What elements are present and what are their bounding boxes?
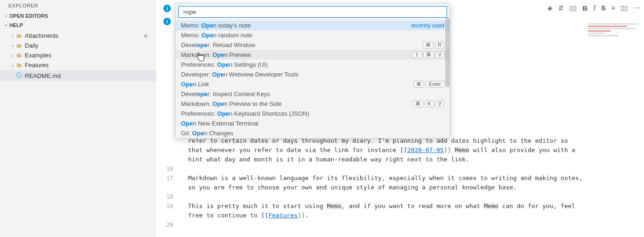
workspace-label: HELP (9, 22, 23, 28)
tree-item-label: Attachments (25, 32, 58, 39)
palette-item-label: Open New External Terminal (181, 120, 444, 127)
scrollbar[interactable] (445, 17, 450, 87)
palette-item[interactable]: Preferences: Open Settings (UI) (175, 60, 450, 70)
palette-item-label: Markdown: Open Preview (181, 51, 412, 58)
tree-file-readme[interactable]: ⓘ README.md (0, 70, 156, 81)
modified-indicator-icon: ● (143, 35, 148, 37)
key-icon: V (435, 51, 444, 58)
tree-item-label: Daily (25, 42, 38, 49)
key-icon: ⌘ (413, 100, 423, 107)
palette-item[interactable]: Open Link⌘Enter (175, 79, 450, 89)
chevron-right-icon: › (9, 33, 16, 39)
palette-item-label: Markdown: Open Preview to the Side (181, 100, 413, 107)
info-file-icon: ⓘ (16, 71, 22, 80)
palette-item[interactable]: Preferences: Open Keyboard Shortcuts (JS… (175, 109, 450, 118)
tree-folder-daily[interactable]: › 🖿 Daily (0, 41, 156, 50)
code-line (180, 164, 644, 174)
tree-folder-features[interactable]: › 🖿 Features (0, 60, 156, 70)
bold-icon[interactable]: B (582, 4, 588, 12)
info-badge-icon[interactable]: i (163, 18, 171, 25)
palette-item[interactable]: Memo: Open today's noterecently used (175, 21, 450, 30)
palette-item-label: Preferences: Open Settings (UI) (181, 61, 444, 68)
tree-item-label: README.md (25, 72, 61, 79)
code-line: Markdown is a well-known language for it… (180, 174, 644, 183)
code-line: hint what day and month is it in a human… (180, 155, 644, 164)
open-editors-label: OPEN EDITORS (9, 13, 48, 19)
key-icon: V (435, 100, 444, 107)
palette-item-label: Developer: Reload Window (181, 42, 423, 49)
folder-icon: 🖿 (16, 52, 22, 59)
keybinding: ⌘KV (413, 100, 444, 107)
key-icon: Enter (426, 81, 444, 88)
folder-icon: 🖿 (16, 42, 22, 49)
palette-item[interactable]: Markdown: Open Preview to the Side⌘KV (175, 99, 450, 109)
key-icon: ⌘ (413, 81, 424, 88)
file-tree: › 🖿 Attachments ● › 🖿 Daily › 🖿 Examples… (0, 30, 156, 82)
layout-icon[interactable]: ▯▯ (621, 4, 628, 12)
code-line: free to continue to [[Features]]. (180, 211, 644, 220)
code-line: that whenever you refer to date via the … (180, 146, 644, 155)
explorer-sidebar: EXPLORER › OPEN EDITORS › HELP › 🖿 Attac… (0, 0, 156, 237)
palette-item-label: Open Link (181, 81, 413, 88)
tree-folder-attachments[interactable]: › 🖿 Attachments ● (0, 31, 156, 41)
palette-item[interactable]: Open New External Terminal (175, 118, 450, 128)
code-line (180, 192, 644, 202)
info-badge-icon[interactable]: i (163, 5, 171, 12)
palette-item[interactable]: Memo: Open random note (175, 30, 450, 40)
tree-folder-examples[interactable]: › 🖿 Examples (0, 50, 156, 60)
chevron-right-icon: › (3, 13, 9, 19)
key-icon: ⇧ (412, 51, 422, 58)
code-line: This is pretty much it to start using Me… (180, 202, 644, 211)
editor-toolbar: ◈ ⇵ ▯▯ B I S ≡ ▯▯ ⋯ (547, 4, 640, 12)
folder-icon: 🖿 (16, 62, 22, 69)
command-palette-input[interactable] (178, 6, 447, 18)
chevron-right-icon: › (9, 63, 16, 68)
palette-item-label: Preferences: Open Keyboard Shortcuts (JS… (181, 110, 444, 117)
key-icon: ⌘ (423, 42, 434, 49)
chevron-right-icon: › (9, 43, 16, 49)
line-gutter: 1617181920 (156, 34, 176, 230)
chevron-down-icon: › (3, 22, 9, 28)
palette-item[interactable]: Developer: Inspect Context Keys (175, 89, 450, 99)
keybinding: ⇧⌘V (412, 51, 444, 58)
palette-item-label: Memo: Open random note (181, 32, 444, 39)
explorer-title: EXPLORER (0, 0, 156, 11)
palette-item[interactable]: Developer: Reload Window⌘R (175, 40, 450, 50)
italic-icon[interactable]: I (593, 4, 595, 12)
key-icon: R (435, 42, 444, 49)
palette-item-meta: recently used (411, 22, 444, 29)
tree-item-label: Features (25, 62, 49, 69)
more-icon[interactable]: ⋯ (634, 4, 640, 12)
code-line (180, 220, 644, 230)
palette-item-label: Developer: Open Webview Developer Tools (181, 71, 444, 78)
key-icon: ⌘ (423, 51, 434, 58)
command-palette: Memo: Open today's noterecently usedMemo… (175, 3, 450, 139)
palette-item-label: Git: Open Changes (181, 130, 444, 137)
open-editors-section[interactable]: › OPEN EDITORS (0, 11, 156, 21)
keybinding: ⌘Enter (413, 81, 444, 88)
strike-icon[interactable]: S (601, 4, 605, 12)
split-icon[interactable]: ▯▯ (569, 4, 577, 12)
palette-item-label: Developer: Inspect Context Keys (181, 91, 444, 98)
workspace-section[interactable]: › HELP (0, 21, 156, 30)
command-palette-list: Memo: Open today's noterecently usedMemo… (175, 21, 450, 138)
git-compare-icon[interactable]: ⇵ (558, 4, 564, 12)
key-icon: K (425, 100, 434, 107)
tree-item-label: Examples (25, 52, 51, 59)
palette-item[interactable]: Markdown: Open Preview⇧⌘V (175, 50, 450, 60)
palette-item[interactable]: Git: Open Changes (175, 128, 450, 138)
chevron-right-icon: › (9, 53, 16, 58)
keybinding: ⌘R (423, 42, 444, 49)
folder-icon: 🖿 (16, 32, 22, 39)
diamond-icon[interactable]: ◈ (547, 4, 553, 12)
palette-item[interactable]: Developer: Open Webview Developer Tools (175, 70, 450, 79)
palette-item-label: Memo: Open today's note (181, 22, 407, 29)
code-line: so you are free to choose your own and u… (180, 183, 644, 192)
minimap[interactable] (588, 23, 644, 187)
list-icon[interactable]: ≡ (611, 4, 615, 12)
